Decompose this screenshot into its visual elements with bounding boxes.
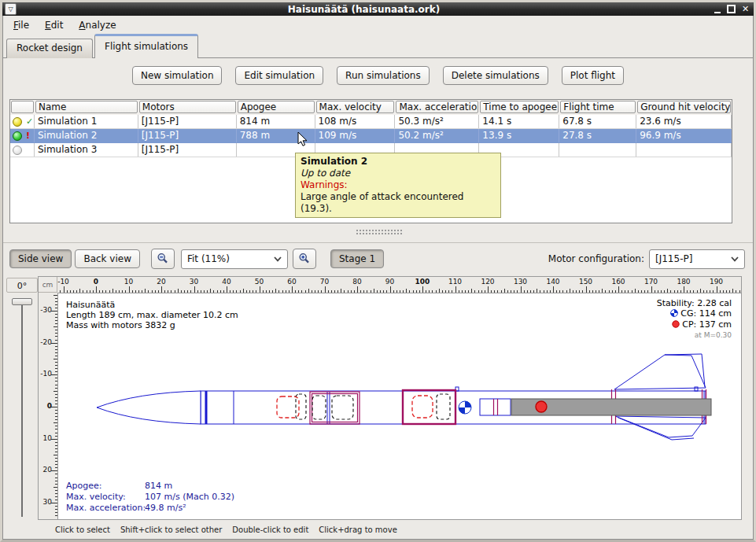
hint-text: Shift+click to select other <box>120 525 222 534</box>
window-icon[interactable]: ▽ <box>5 3 17 15</box>
menu-file[interactable]: File <box>9 17 34 33</box>
column-time_to_apogee[interactable]: Time to apogee <box>480 101 559 113</box>
rotation-slider[interactable] <box>6 297 38 518</box>
max-acceleration-label: Max. acceleration: <box>66 503 145 514</box>
menu-bar: FileEditAnalyze <box>2 16 754 35</box>
rotation-angle-label: 0° <box>6 278 38 293</box>
status-ball-icon <box>13 117 22 127</box>
cell-flight_time: 67.8 s <box>559 115 636 128</box>
stage-1-button[interactable]: Stage 1 <box>330 249 384 268</box>
flight-simulations-panel: New simulationEdit simulationRun simulat… <box>2 57 754 540</box>
status-ball-icon <box>13 146 22 155</box>
hint-bar: Click to selectShift+click to select oth… <box>3 522 753 537</box>
hint-text: Double-click to edit <box>232 525 308 534</box>
table-body: ✓Simulation 1[J115-P]814 m108 m/s50.3 m/… <box>10 115 732 157</box>
column-max_acceleration[interactable]: Max. acceleration <box>396 101 478 113</box>
max-velocity-label: Max. velocity: <box>66 492 145 503</box>
cell-ground_hit_velocity <box>636 143 732 157</box>
plot-flight-button[interactable]: Plot flight <box>562 66 624 85</box>
back-view-button[interactable]: Back view <box>75 249 140 268</box>
rocket-canvas[interactable]: Haisunäätä Length 189 cm, max. diameter … <box>57 293 741 519</box>
edit-simulation-button[interactable]: Edit simulation <box>235 66 323 85</box>
ruler-unit-label: cm <box>39 277 57 293</box>
horizontal-ruler: -100102030405060708090100110120130140150… <box>57 277 741 293</box>
rotation-slider-track <box>21 301 23 517</box>
motor-configuration-select[interactable]: [J115-P] <box>649 249 745 269</box>
new-simulation-button[interactable]: New simulation <box>132 66 223 85</box>
delete-simulations-button[interactable]: Delete simulations <box>443 66 548 85</box>
cell-ground_hit_velocity: 96.9 m/s <box>636 129 732 142</box>
window-controls: ✕ <box>711 4 751 15</box>
simulation-actions: New simulationEdit simulationRun simulat… <box>3 66 753 85</box>
tooltip-title: Simulation 2 <box>301 156 496 168</box>
window-title: Haisunäätä (haisunaata.ork) <box>17 4 711 15</box>
zoom-level-select[interactable]: Fit (11%) <box>181 249 288 269</box>
run-simulations-button[interactable]: Run simulations <box>337 66 430 85</box>
column-flight_time[interactable]: Flight time <box>560 101 636 113</box>
zoom-out-button[interactable] <box>151 249 175 269</box>
rocket-view-panel: cm -100102030405060708090100110120130140… <box>38 276 742 520</box>
side-view-button[interactable]: Side view <box>9 249 72 268</box>
menu-edit[interactable]: Edit <box>40 17 68 33</box>
column-status[interactable] <box>11 101 34 113</box>
simulation-row[interactable]: !Simulation 2[J115-P]788 m109 m/s50.2 m/… <box>10 129 732 143</box>
mach-note: at M=0.30 <box>657 330 732 341</box>
rocket-info-block: Haisunäätä Length 189 cm, max. diameter … <box>66 300 238 330</box>
table-header: NameMotorsApogeeMax. velocityMax. accele… <box>10 100 732 115</box>
hint-text: Click+drag to move <box>319 525 396 534</box>
rocket-view-section: Side view Back view Fit (11%) <box>3 242 753 539</box>
column-motors[interactable]: Motors <box>139 101 236 113</box>
status-check-icon: ✓ <box>26 117 33 127</box>
maximize-icon <box>727 5 736 13</box>
maximize-button[interactable] <box>725 4 737 15</box>
minimize-button[interactable] <box>711 4 723 15</box>
max-acceleration-value: 49.8 m/s² <box>145 503 234 514</box>
column-name[interactable]: Name <box>35 101 138 113</box>
cell-time_to_apogee: 13.9 s <box>479 129 559 142</box>
fin-upper <box>614 355 706 389</box>
menu-analyze[interactable]: Analyze <box>74 17 120 33</box>
split-pane-divider[interactable] <box>3 223 753 242</box>
tab-bar: Rocket design Flight simulations <box>6 35 200 58</box>
cell-time_to_apogee: 14.1 s <box>479 115 559 128</box>
stability-value: Stability: 2.28 cal <box>657 298 732 308</box>
rotation-slider-handle[interactable] <box>12 298 32 305</box>
status-warning-icon: ! <box>26 131 30 141</box>
cell-max_acceleration: 50.2 m/s² <box>395 129 479 142</box>
tab-flight-simulations[interactable]: Flight simulations <box>94 34 198 58</box>
hint-text: Click to select <box>55 525 110 534</box>
cell-name: Simulation 3 <box>35 143 138 157</box>
app-window: ▽ Haisunäätä (haisunaata.ork) ✕ FileEdit… <box>0 0 756 542</box>
title-bar[interactable]: ▽ Haisunäätä (haisunaata.ork) ✕ <box>2 2 754 16</box>
tooltip-warnings-label: Warnings: <box>301 179 496 191</box>
cell-motors: [J115-P] <box>138 143 237 157</box>
magnifier-plus-icon <box>298 253 311 265</box>
splitter-grip-icon <box>356 229 403 235</box>
minimize-icon <box>714 12 721 13</box>
close-button[interactable]: ✕ <box>739 4 751 15</box>
nose-cone <box>97 391 201 424</box>
cell-apogee: 814 m <box>237 115 315 128</box>
cell-ground_hit_velocity: 23.6 m/s <box>636 115 732 128</box>
column-apogee[interactable]: Apogee <box>238 101 315 113</box>
vertical-ruler: -30-20-100102030 <box>39 293 57 519</box>
cg-value: 114 cm <box>699 308 732 319</box>
column-max_velocity[interactable]: Max. velocity <box>316 101 395 113</box>
zoom-in-button[interactable] <box>293 249 316 269</box>
stability-info-block: Stability: 2.28 cal CG: 114 cm CP: 137 c… <box>657 298 732 341</box>
simulation-row[interactable]: ✓Simulation 1[J115-P]814 m108 m/s50.3 m/… <box>10 115 732 129</box>
status-ball-icon <box>13 131 22 141</box>
flight-summary-block: Apogee: 814 m Max. velocity: 107 m/s (Ma… <box>66 481 234 514</box>
rocket-dimensions: Length 189 cm, max. diameter 10.2 cm <box>66 310 238 320</box>
cell-name: Simulation 2 <box>35 129 138 142</box>
motor-configuration-value: [J115-P] <box>655 253 692 264</box>
column-ground_hit_velocity[interactable]: Ground hit velocity <box>637 101 731 113</box>
magnifier-minus-icon <box>157 253 169 265</box>
cp-value: 137 cm <box>699 319 732 330</box>
zoom-level-value: Fit (11%) <box>187 253 230 264</box>
tab-rocket-design[interactable]: Rocket design <box>6 39 93 58</box>
cg-symbol <box>459 401 471 414</box>
cell-motors: [J115-P] <box>138 129 237 142</box>
simulation-tooltip: Simulation 2 Up to date Warnings: Large … <box>295 153 501 218</box>
cell-flight_time <box>559 143 636 157</box>
